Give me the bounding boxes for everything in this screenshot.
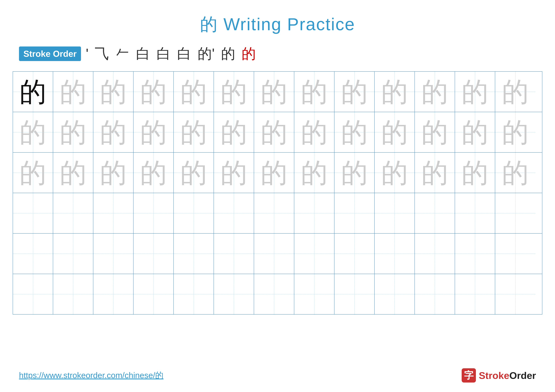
- stroke-8: 的: [221, 44, 235, 64]
- grid-cell-5-4[interactable]: [133, 234, 174, 274]
- char-ghost: 的: [60, 78, 87, 105]
- grid-cell-4-10[interactable]: [375, 193, 415, 233]
- char-ghost: 的: [100, 78, 127, 105]
- char-ghost: 的: [140, 119, 167, 146]
- grid-cell-4-3[interactable]: [93, 193, 133, 233]
- char-ghost: 的: [140, 159, 167, 186]
- grid-cell-2-6: 的: [214, 112, 254, 152]
- grid-cell-1-13: 的: [495, 72, 535, 112]
- grid-cell-5-2[interactable]: [53, 234, 93, 274]
- grid-cell-6-13[interactable]: [495, 274, 535, 314]
- grid-cell-2-1: 的: [13, 112, 53, 152]
- grid-cell-1-5: 的: [174, 72, 214, 112]
- char-ghost: 的: [100, 119, 127, 146]
- grid-cell-5-3[interactable]: [93, 234, 133, 274]
- char-ghost: 的: [301, 78, 328, 105]
- grid-cell-5-11[interactable]: [415, 234, 455, 274]
- char-ghost: 的: [381, 119, 408, 146]
- grid-cell-4-8[interactable]: [294, 193, 335, 233]
- char-ghost: 的: [20, 159, 46, 186]
- grid-cell-3-2: 的: [53, 153, 93, 193]
- char-ghost: 的: [20, 119, 46, 146]
- stroke-2: ⺄: [95, 44, 109, 64]
- practice-grid: 的 的 的 的 的 的 的 的 的 的 的 的: [13, 71, 542, 314]
- grid-cell-1-9: 的: [335, 72, 375, 112]
- grid-cell-1-7: 的: [254, 72, 294, 112]
- char-ghost: 的: [261, 119, 287, 146]
- grid-cell-4-5[interactable]: [174, 193, 214, 233]
- grid-cell-5-12[interactable]: [455, 234, 495, 274]
- grid-cell-6-9[interactable]: [335, 274, 375, 314]
- grid-cell-6-11[interactable]: [415, 274, 455, 314]
- char-ghost: 的: [502, 78, 529, 105]
- grid-cell-5-10[interactable]: [375, 234, 415, 274]
- grid-cell-3-10: 的: [375, 153, 415, 193]
- grid-cell-3-1: 的: [13, 153, 53, 193]
- grid-cell-3-8: 的: [294, 153, 335, 193]
- char-ghost: 的: [461, 78, 488, 105]
- grid-cell-3-4: 的: [133, 153, 174, 193]
- char-ghost: 的: [341, 119, 368, 146]
- grid-cell-6-8[interactable]: [294, 274, 335, 314]
- footer-url[interactable]: https://www.strokeorder.com/chinese/的: [19, 370, 163, 381]
- grid-cell-5-8[interactable]: [294, 234, 335, 274]
- stroke-order-section: Stroke Order ' ⺄ 𠂉 白 白 白 的' 的 的: [0, 36, 555, 68]
- stroke-order-badge: Stroke Order: [19, 46, 81, 61]
- grid-cell-4-2[interactable]: [53, 193, 93, 233]
- char-ghost: 的: [180, 159, 207, 186]
- char-ghost: 的: [421, 78, 448, 105]
- grid-cell-4-6[interactable]: [214, 193, 254, 233]
- logo-text: StrokeOrder: [479, 370, 536, 381]
- grid-cell-2-13: 的: [495, 112, 535, 152]
- grid-cell-2-4: 的: [133, 112, 174, 152]
- grid-cell-4-4[interactable]: [133, 193, 174, 233]
- char-ghost: 的: [60, 119, 87, 146]
- grid-cell-2-10: 的: [375, 112, 415, 152]
- grid-cell-2-8: 的: [294, 112, 335, 152]
- grid-cell-6-2[interactable]: [53, 274, 93, 314]
- grid-cell-4-13[interactable]: [495, 193, 535, 233]
- grid-cell-1-10: 的: [375, 72, 415, 112]
- grid-cell-6-7[interactable]: [254, 274, 294, 314]
- grid-cell-2-2: 的: [53, 112, 93, 152]
- char-ghost: 的: [502, 119, 529, 146]
- grid-cell-5-13[interactable]: [495, 234, 535, 274]
- grid-cell-4-7[interactable]: [254, 193, 294, 233]
- grid-cell-3-7: 的: [254, 153, 294, 193]
- char-ghost: 的: [421, 119, 448, 146]
- char-ghost: 的: [301, 119, 328, 146]
- grid-cell-2-7: 的: [254, 112, 294, 152]
- footer: https://www.strokeorder.com/chinese/的 字 …: [0, 368, 555, 383]
- grid-cell-1-1: 的: [13, 72, 53, 112]
- char-ghost: 的: [341, 159, 368, 186]
- grid-cell-6-5[interactable]: [174, 274, 214, 314]
- char-ghost: 的: [502, 159, 529, 186]
- grid-cell-6-1[interactable]: [13, 274, 53, 314]
- grid-cell-5-1[interactable]: [13, 234, 53, 274]
- grid-cell-6-4[interactable]: [133, 274, 174, 314]
- grid-cell-2-5: 的: [174, 112, 214, 152]
- grid-cell-5-6[interactable]: [214, 234, 254, 274]
- char-ghost: 的: [341, 78, 368, 105]
- char-ghost: 的: [301, 159, 328, 186]
- grid-cell-4-11[interactable]: [415, 193, 455, 233]
- grid-cell-5-7[interactable]: [254, 234, 294, 274]
- grid-cell-6-6[interactable]: [214, 274, 254, 314]
- grid-cell-1-4: 的: [133, 72, 174, 112]
- grid-cell-5-9[interactable]: [335, 234, 375, 274]
- grid-cell-3-11: 的: [415, 153, 455, 193]
- stroke-4: 白: [136, 44, 150, 64]
- grid-cell-6-12[interactable]: [455, 274, 495, 314]
- grid-cell-3-6: 的: [214, 153, 254, 193]
- grid-cell-3-12: 的: [455, 153, 495, 193]
- grid-cell-4-9[interactable]: [335, 193, 375, 233]
- grid-cell-5-5[interactable]: [174, 234, 214, 274]
- grid-cell-1-6: 的: [214, 72, 254, 112]
- stroke-1: ': [86, 46, 88, 62]
- grid-cell-4-12[interactable]: [455, 193, 495, 233]
- grid-cell-6-10[interactable]: [375, 274, 415, 314]
- grid-cell-1-2: 的: [53, 72, 93, 112]
- grid-cell-1-8: 的: [294, 72, 335, 112]
- grid-cell-6-3[interactable]: [93, 274, 133, 314]
- grid-cell-4-1[interactable]: [13, 193, 53, 233]
